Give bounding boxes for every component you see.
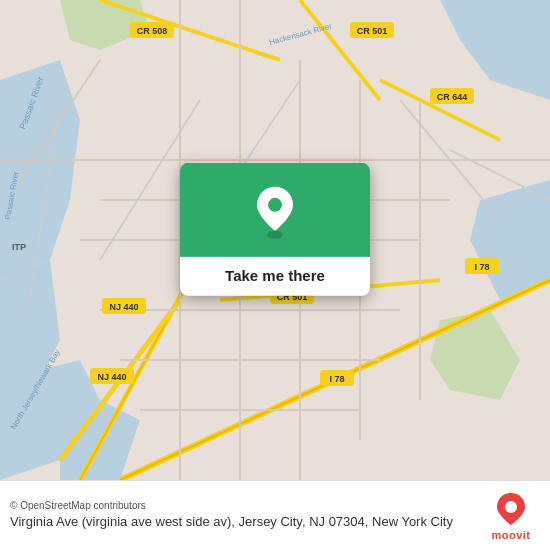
svg-point-57 bbox=[268, 198, 282, 212]
popup-card[interactable]: Take me there bbox=[180, 163, 370, 296]
svg-text:ITP: ITP bbox=[12, 242, 26, 252]
svg-text:NJ 440: NJ 440 bbox=[109, 302, 138, 312]
moovit-pin-icon bbox=[495, 491, 527, 527]
svg-text:CR 644: CR 644 bbox=[437, 92, 468, 102]
moovit-label: moovit bbox=[491, 529, 530, 541]
address-text: Virginia Ave (virginia ave west side av)… bbox=[10, 513, 474, 531]
info-bar: © OpenStreetMap contributors Virginia Av… bbox=[0, 480, 550, 550]
svg-text:CR 508: CR 508 bbox=[137, 26, 168, 36]
moovit-logo: moovit bbox=[482, 491, 540, 541]
address-line1: Virginia Ave (virginia ave west side av)… bbox=[10, 514, 306, 529]
svg-point-58 bbox=[505, 501, 517, 513]
location-pin-icon bbox=[253, 185, 297, 239]
map-container: CR 508 CR 501 CR 644 NJ 440 NJ 440 CR 50… bbox=[0, 0, 550, 480]
svg-text:I 78: I 78 bbox=[474, 262, 489, 272]
svg-text:NJ 440: NJ 440 bbox=[97, 372, 126, 382]
svg-point-56 bbox=[267, 231, 283, 239]
take-me-there-button[interactable]: Take me there bbox=[211, 257, 339, 296]
popup-green-area bbox=[180, 163, 370, 257]
osm-credit: © OpenStreetMap contributors bbox=[10, 500, 474, 511]
svg-text:I 78: I 78 bbox=[329, 374, 344, 384]
address-line2: NJ 07304, New York City bbox=[309, 514, 453, 529]
address-section: © OpenStreetMap contributors Virginia Av… bbox=[10, 500, 474, 531]
svg-text:CR 501: CR 501 bbox=[357, 26, 388, 36]
